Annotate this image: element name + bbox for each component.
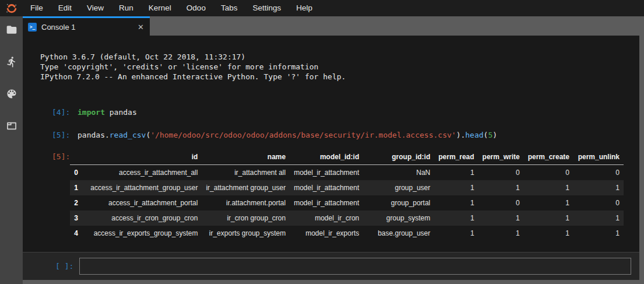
python-banner-line: IPython 7.2.0 -- An enhanced Interactive… — [40, 72, 639, 82]
table-cell: access_ir_attachment_group_user — [86, 180, 202, 195]
code-token: pandas. — [78, 131, 110, 139]
row-index: 4 — [70, 226, 86, 241]
table-cell: 1 — [434, 180, 478, 195]
code-token: head — [465, 131, 483, 139]
open-tabs-icon[interactable] — [5, 120, 18, 132]
table-cell: access_ir_attachment_portal — [86, 195, 202, 211]
code-cell: [4]: import pandas — [40, 107, 639, 117]
table-cell: 0 — [524, 165, 573, 181]
table-cell: ir.attachment.portal — [202, 195, 290, 211]
table-cell: 1 — [478, 180, 524, 195]
table-cell: 1 — [524, 211, 573, 226]
table-cell: 1 — [524, 195, 573, 211]
table-row: 4access_ir_exports_group_systemir_export… — [70, 226, 624, 241]
tab-console-1[interactable]: >_ Console 1 ✕ — [23, 16, 150, 36]
menu-run[interactable]: Run — [111, 0, 141, 16]
code-token: '/home/odoo/src/odoo/odoo/addons/base/se… — [150, 131, 456, 139]
table-cell: 0 — [478, 165, 524, 181]
odoo-logo — [0, 0, 23, 16]
python-banner-line: Type 'copyright', 'credits' or 'license'… — [40, 62, 639, 72]
code-line: pandas.read_csv('/home/odoo/src/odoo/odo… — [78, 130, 497, 140]
table-cell: ir_cron group_cron — [202, 211, 290, 226]
menu-items: File Edit View Run Kernel Odoo Tabs Sett… — [23, 0, 320, 16]
column-header: perm_unlink — [573, 149, 624, 165]
table-row: 2access_ir_attachment_portalir.attachmen… — [70, 195, 624, 211]
menu-file[interactable]: File — [23, 0, 51, 16]
table-cell: 1 — [478, 226, 524, 241]
row-index: 3 — [70, 211, 86, 226]
table-cell: 1 — [434, 211, 478, 226]
menu-edit[interactable]: Edit — [51, 0, 79, 16]
file-browser-icon[interactable] — [5, 23, 18, 36]
table-cell: model_ir_exports — [290, 226, 363, 241]
table-cell: base.group_user — [363, 226, 434, 241]
table-cell: access_ir_cron_group_cron — [86, 211, 202, 226]
table-row: 1access_ir_attachment_group_userir_attac… — [70, 180, 624, 195]
table-row: 0access_ir_attachment_allir_attachment a… — [70, 165, 624, 181]
menu-settings[interactable]: Settings — [245, 0, 288, 16]
column-header: group_id:id — [363, 149, 434, 165]
input-prompt: [4]: — [52, 107, 78, 117]
table-cell: model_ir_attachment — [290, 195, 363, 211]
code-token: ). — [456, 131, 466, 139]
table-cell: ir_attachment all — [202, 165, 290, 181]
table-cell: 1 — [573, 226, 624, 241]
row-index: 1 — [70, 180, 86, 195]
table-cell: ir_exports group_system — [202, 226, 290, 241]
console-input-area: [ ]: — [23, 252, 639, 280]
menu-bar: File Edit View Run Kernel Odoo Tabs Sett… — [0, 0, 644, 16]
main-area: >_ Console 1 ✕ Python 3.6.7 (default, Oc… — [23, 16, 644, 284]
table-cell: access_ir_attachment_all — [86, 165, 202, 181]
command-palette-icon[interactable] — [5, 87, 18, 100]
table-cell: 1 — [434, 195, 478, 211]
table-cell: 1 — [524, 226, 573, 241]
column-header: id — [86, 149, 202, 165]
menu-tabs[interactable]: Tabs — [213, 0, 245, 16]
column-header: perm_create — [524, 149, 573, 165]
row-index: 2 — [70, 195, 86, 211]
column-header — [70, 149, 86, 165]
table-cell: 1 — [524, 180, 573, 195]
console-panel: Python 3.6.7 (default, Oct 22 2018, 11:3… — [23, 36, 639, 280]
table-cell: NaN — [363, 165, 434, 181]
code-token: pandas — [105, 108, 137, 117]
python-banner-line: Python 3.6.7 (default, Oct 22 2018, 11:3… — [40, 52, 639, 62]
input-prompt: [5]: — [52, 130, 78, 140]
menu-kernel[interactable]: Kernel — [141, 0, 179, 16]
table-cell: 0 — [573, 165, 624, 181]
menu-help[interactable]: Help — [288, 0, 320, 16]
console-history: Python 3.6.7 (default, Oct 22 2018, 11:3… — [23, 36, 639, 252]
table-cell: access_ir_exports_group_system — [86, 226, 202, 241]
odoo-logo-icon — [5, 2, 18, 15]
tab-bar: >_ Console 1 ✕ — [23, 16, 644, 36]
table-cell: group_system — [363, 211, 434, 226]
menu-odoo[interactable]: Odoo — [179, 0, 213, 16]
table-cell: 1 — [573, 211, 624, 226]
code-input-field[interactable] — [79, 258, 631, 275]
table-cell: 1 — [434, 226, 478, 241]
table-cell: 0 — [478, 195, 524, 211]
code-token: read_csv — [110, 131, 146, 139]
table-cell: 1 — [434, 165, 478, 181]
menu-view[interactable]: View — [79, 0, 111, 16]
output-cell: [5]: idnamemodel_id:idgroup_id:idperm_re… — [40, 149, 639, 241]
left-sidebar — [0, 16, 23, 284]
table-cell: 0 — [573, 195, 624, 211]
running-sessions-icon[interactable] — [5, 55, 18, 68]
table-cell: group_user — [363, 180, 434, 195]
table-cell: group_portal — [363, 195, 434, 211]
column-header: perm_read — [434, 149, 478, 165]
empty-input-prompt: [ ]: — [55, 262, 73, 271]
table-cell: ir_attachment group_user — [202, 180, 290, 195]
tab-label: Console 1 — [41, 23, 76, 31]
table-cell: 1 — [478, 211, 524, 226]
column-header: model_id:id — [290, 149, 363, 165]
column-header: perm_write — [478, 149, 524, 165]
dataframe-table: idnamemodel_id:idgroup_id:idperm_readper… — [70, 149, 624, 241]
tab-close-icon[interactable]: ✕ — [138, 23, 144, 31]
table-cell: model_ir_attachment — [290, 180, 363, 195]
code-line: import pandas — [78, 107, 137, 117]
console-icon: >_ — [28, 23, 37, 31]
code-token: import — [78, 108, 105, 117]
row-index: 0 — [70, 165, 86, 181]
